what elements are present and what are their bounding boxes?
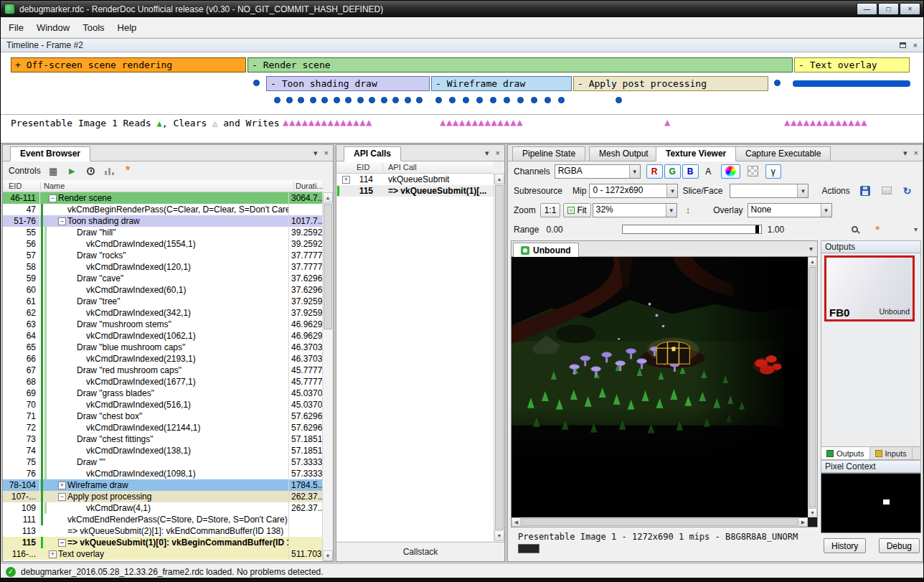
- event-row[interactable]: 51-76−Toon shading draw1017.7...: [3, 215, 322, 227]
- texture-tab-menu-icon[interactable]: ▾: [809, 245, 813, 253]
- browse-icon[interactable]: ▦: [47, 165, 60, 177]
- draw-event-dot[interactable]: [544, 97, 551, 103]
- expander-icon[interactable]: +: [58, 482, 66, 489]
- range-slider[interactable]: [622, 225, 762, 234]
- event-row[interactable]: 47vkCmdBeginRenderPass(C=Clear, D=Clear,…: [3, 204, 322, 215]
- history-button[interactable]: History: [824, 538, 866, 553]
- event-row[interactable]: 115−=> vkQueueSubmit(1)[0]: vkBeginComma…: [3, 537, 322, 548]
- column-name[interactable]: Name: [44, 182, 65, 190]
- panel-menu-icon[interactable]: ▾: [314, 149, 318, 157]
- draw-event-dot[interactable]: [369, 97, 375, 103]
- event-row[interactable]: 75Draw ""57.33333: [3, 456, 322, 468]
- zoom-select[interactable]: 32% ▾: [593, 203, 677, 217]
- event-row[interactable]: 63Draw "mushroom stems"46.96296: [3, 319, 322, 330]
- scrollbar-thumb[interactable]: [495, 185, 504, 530]
- draw-event-dot[interactable]: [435, 97, 442, 103]
- scroll-up-icon[interactable]: ▲: [808, 257, 817, 266]
- scroll-left-icon[interactable]: ◀: [512, 517, 521, 527]
- tab-mesh-output[interactable]: Mesh Output: [589, 146, 659, 161]
- menu-window[interactable]: Window: [30, 19, 76, 36]
- scroll-up-icon[interactable]: ▲: [323, 192, 333, 203]
- autofit-range-button[interactable]: *: [871, 222, 884, 237]
- column-eid[interactable]: EID: [9, 182, 22, 190]
- usage-markers[interactable]: ▲▲▲▲▲▲▲▲▲▲▲▲▲: [440, 117, 523, 128]
- channel-green-toggle[interactable]: G: [664, 164, 681, 179]
- event-row[interactable]: 78-104+Wireframe draw1784.5...: [3, 479, 322, 491]
- scroll-down-icon[interactable]: ▼: [808, 508, 817, 517]
- tab-unbound-texture[interactable]: Unbound: [513, 243, 579, 257]
- gamma-toggle[interactable]: γ: [765, 164, 781, 179]
- column-eid[interactable]: EID: [357, 163, 369, 172]
- menu-file[interactable]: File: [2, 19, 30, 36]
- panel-menu-icon[interactable]: ▾: [903, 149, 908, 157]
- event-row[interactable]: 65Draw "blue mushroom caps"46.37037: [3, 342, 322, 353]
- panel-menu-icon[interactable]: ▾: [485, 149, 489, 157]
- range-slider-handle[interactable]: [755, 225, 759, 233]
- event-row[interactable]: 64vkCmdDrawIndexed(1062,1)46.96296: [3, 330, 322, 342]
- scroll-right-icon[interactable]: ▶: [798, 517, 808, 527]
- event-row[interactable]: 56vkCmdDrawIndexed(1554,1)39.25926: [3, 238, 322, 250]
- event-row[interactable]: 57Draw "rocks"37.77778: [3, 250, 322, 261]
- draw-event-dot[interactable]: [476, 97, 483, 103]
- draw-event-dot[interactable]: [531, 97, 537, 103]
- time-durations-icon[interactable]: [85, 165, 97, 177]
- draw-event-dot[interactable]: [274, 97, 280, 103]
- scroll-down-icon[interactable]: ▼: [494, 530, 504, 541]
- expander-icon[interactable]: −: [49, 194, 57, 202]
- callstack-section[interactable]: Callstack: [336, 542, 504, 561]
- draw-event-dot[interactable]: [416, 97, 423, 103]
- texture-vertical-scrollbar[interactable]: ▲ ▼: [808, 257, 817, 517]
- expander-icon[interactable]: +: [342, 176, 350, 184]
- event-row[interactable]: 72vkCmdDrawIndexed(12144,1)57.62963: [3, 422, 322, 433]
- texture-horizontal-scrollbar[interactable]: ◀ ▶: [512, 517, 808, 527]
- timeline-close-icon[interactable]: ×: [913, 41, 918, 50]
- event-row[interactable]: 58vkCmdDrawIndexed(120,1)37.77778: [3, 261, 322, 273]
- event-row[interactable]: 46-111−Render scene3064.7...: [3, 192, 322, 204]
- draw-event-dot[interactable]: [449, 97, 456, 103]
- timeline-marker-toon-shading[interactable]: - Toon shading draw: [266, 76, 430, 91]
- scroll-down-icon[interactable]: ▼: [323, 550, 333, 561]
- texture-image[interactable]: [512, 257, 808, 517]
- event-row[interactable]: 62vkCmdDrawIndexed(342,1)37.92593: [3, 307, 322, 319]
- menu-help[interactable]: Help: [111, 19, 143, 36]
- timeline-marker-wireframe[interactable]: - Wireframe draw: [431, 76, 572, 91]
- draw-event-dot[interactable]: [558, 97, 565, 103]
- minimize-button[interactable]: —: [857, 3, 877, 15]
- export-texture-button[interactable]: [877, 184, 896, 198]
- texture-canvas[interactable]: [512, 257, 808, 517]
- draw-event-dot[interactable]: [298, 97, 304, 103]
- column-duration[interactable]: Durati...: [296, 182, 324, 190]
- api-call-row[interactable]: +114vkQueueSubmit: [336, 174, 494, 185]
- draw-event-dot[interactable]: [286, 97, 293, 103]
- event-row[interactable]: 66vkCmdDrawIndexed(2193,1)46.37037: [3, 353, 322, 365]
- draw-event-dot[interactable]: [463, 97, 469, 103]
- api-calls-scrollbar[interactable]: ▲ ▼: [494, 174, 504, 541]
- timeline-marker-text-overlay[interactable]: - Text overlay: [794, 57, 910, 72]
- scrollbar-thumb[interactable]: [522, 518, 798, 526]
- slice-face-select[interactable]: ▾: [730, 184, 808, 198]
- draw-event-dot[interactable]: [334, 97, 340, 103]
- event-row[interactable]: 74vkCmdDrawIndexed(138,1)57.18518: [3, 445, 322, 456]
- event-row[interactable]: 71Draw "chest box"57.62963: [3, 410, 322, 422]
- tab-texture-viewer[interactable]: Texture Viewer: [656, 146, 736, 161]
- close-button[interactable]: ×: [900, 3, 920, 15]
- tab-pipeline-state[interactable]: Pipeline State: [512, 146, 585, 161]
- event-row[interactable]: 61Draw "tree"37.92593: [3, 296, 322, 307]
- tab-capture-executable[interactable]: Capture Executable: [735, 146, 831, 161]
- color-wheel-button[interactable]: [721, 164, 740, 179]
- duration-chart-icon[interactable]: [103, 165, 116, 177]
- draw-event-dot[interactable]: [345, 97, 352, 103]
- draw-event-dot[interactable]: [616, 97, 622, 103]
- timeline-marker-render-scene[interactable]: - Render scene: [248, 57, 793, 72]
- usage-markers[interactable]: ▲▲▲▲▲▲▲▲▲▲▲▲▲: [784, 117, 867, 128]
- refresh-button[interactable]: ↻: [899, 184, 916, 198]
- range-max-value[interactable]: 1.00: [768, 225, 784, 235]
- column-api-call[interactable]: API Call: [388, 163, 417, 172]
- event-row[interactable]: 76vkCmdDrawIndexed(1098,1)57.33333: [3, 468, 322, 479]
- debug-button[interactable]: Debug: [879, 538, 920, 553]
- expander-icon[interactable]: −: [58, 493, 66, 501]
- draw-event-dot[interactable]: [774, 80, 781, 86]
- maximize-button[interactable]: □: [878, 3, 899, 15]
- draw-event-dot[interactable]: [517, 97, 524, 103]
- draw-event-dot[interactable]: [405, 97, 411, 103]
